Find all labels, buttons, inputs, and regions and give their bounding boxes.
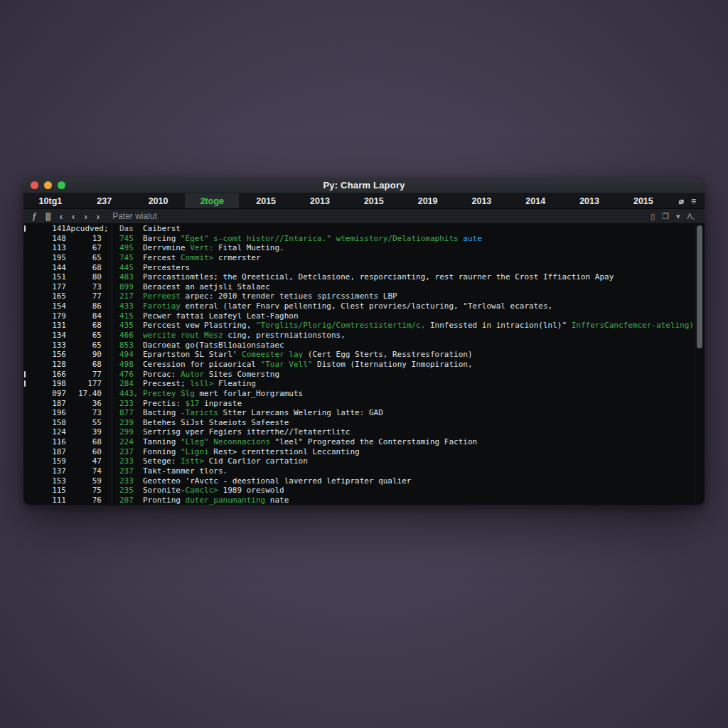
row-line-number: 224 — [112, 437, 143, 447]
editor-pane[interactable]: 141Apcudved;DasCaiberst14813745Barcing "… — [23, 224, 705, 505]
title-bar[interactable]: Py: Charm Lapory — [23, 178, 705, 193]
table-row[interactable]: 12868498Ceression for picaorical "Toar V… — [23, 360, 695, 370]
table-row[interactable]: 12439299Sertrisg vper Fegiers itterthe//… — [23, 427, 695, 437]
pointer-icon[interactable]: Λ, — [687, 212, 695, 220]
table-row[interactable]: 18760237Fonning "Ligni Rest> crenttersti… — [23, 447, 695, 457]
table-row[interactable]: 11575235Soronite-Camclc> 1989 oreswold — [23, 486, 695, 496]
duplicate-icon[interactable]: ❐ — [662, 212, 669, 221]
tab-2015-11[interactable]: 2015 — [616, 193, 670, 208]
scrollbar-track[interactable] — [695, 224, 705, 505]
scrollbar-thumb[interactable] — [697, 225, 702, 348]
tab-237-1[interactable]: 237 — [77, 193, 132, 208]
code-token: Tanning — [143, 437, 181, 446]
code-token: "leel" Progreated the Conterstaming Fact… — [270, 437, 477, 446]
tab-2015-6[interactable]: 2015 — [347, 193, 401, 208]
panel-icon[interactable]: ▯ — [651, 212, 655, 221]
table-row[interactable]: 13365853Dacroeat go(TatsBl1oaionsataec — [23, 341, 695, 350]
tab-2019-7[interactable]: 2019 — [401, 193, 455, 208]
code-token: aute — [463, 234, 482, 243]
tab-2013-8[interactable]: 2013 — [455, 193, 509, 208]
table-row[interactable]: 15486433Farotiay enteral (later Fnarv pe… — [23, 301, 695, 311]
back-alt-icon[interactable]: ‹ — [72, 211, 75, 222]
gutter-mark — [23, 379, 31, 389]
row-code-text: Parccastiomtles; the Qreeticial, Detclas… — [143, 272, 695, 282]
row-line-number: 745 — [112, 234, 143, 244]
row-code-text: Perccest vew Plastring, "Torglits/Plorig… — [143, 321, 695, 331]
table-row[interactable]: 14468445Percesters — [23, 263, 695, 273]
row-code-text: wercite rout Mesz cing, prestrniationsto… — [143, 331, 695, 341]
code-token: arpec: 2010 trender tetiues spircssiment… — [181, 291, 397, 301]
row-col2: 77 — [66, 370, 112, 380]
gutter-mark — [23, 360, 31, 370]
row-col2: 177 — [66, 379, 112, 389]
row-col1: 137 — [31, 466, 66, 476]
menu-icon[interactable]: ≡ — [691, 196, 696, 206]
code-token: Beracest an aetjsli Stalaec — [143, 282, 270, 291]
table-row[interactable]: 09717.40443,Prectey Slg mert forlar_Horg… — [23, 389, 695, 399]
table-row[interactable]: 15947233Setege: Istt> Cid Carlior cartat… — [23, 456, 695, 466]
table-row[interactable]: 16577217Perreest arpec: 2010 trender tet… — [23, 291, 695, 301]
table-row[interactable]: 198177284Precsest; lsll> Fleating — [23, 379, 695, 389]
row-line-number: 483 — [112, 272, 143, 282]
table-row[interactable]: 11668224Tanning "Lleg" Neconnacions "lee… — [23, 437, 695, 447]
tab-10tg1-0[interactable]: 10tg1 — [23, 193, 77, 208]
row-line-number: 237 — [112, 447, 143, 457]
table-row[interactable]: 16677476Porcac: Autor Sites Comerstng — [23, 370, 695, 380]
function-icon[interactable]: ƒ — [32, 211, 36, 221]
tab-2014-9[interactable]: 2014 — [508, 193, 562, 208]
row-col1: 151 — [31, 272, 66, 282]
code-token: Dacroeat go(TatsBl1oaionsataec — [143, 341, 284, 350]
code-token: "Toar Vell" — [261, 360, 313, 369]
code-token: Setege: — [143, 456, 181, 466]
settings-icon[interactable]: ⌀ — [679, 196, 684, 206]
gutter-mark — [23, 341, 31, 350]
table-row[interactable]: 15359233Geoteteo 'rAvctc - deestional la… — [23, 476, 695, 486]
code-token: inpraste — [199, 399, 242, 408]
table-row[interactable]: 13168435Perccest vew Plastring, "Torglit… — [23, 321, 695, 331]
table-row[interactable]: 11367495Derrvmine Vert: Fital Mueting. — [23, 243, 695, 253]
tab-2toge-3[interactable]: 2toge — [185, 193, 239, 208]
code-token: "Eget" s-comt histor//Intarica." wtemiss… — [181, 234, 463, 243]
table-row[interactable]: 19565745Fercest Commit> crmerster — [23, 253, 695, 263]
row-col1: 187 — [31, 399, 66, 409]
row-line-number: 498 — [112, 360, 143, 370]
row-col1: 116 — [31, 437, 66, 447]
forward-alt-icon[interactable]: › — [97, 211, 100, 222]
code-token: Caiberst — [143, 224, 181, 233]
row-code-text: Ceression for picaorical "Toar Vell" Dis… — [143, 360, 695, 370]
row-line-number: 217 — [112, 291, 143, 301]
forward-icon[interactable]: › — [84, 211, 87, 222]
code-token: Percesters — [143, 263, 190, 272]
table-row[interactable]: 13465466wercite rout Mesz cing, prestrni… — [23, 331, 695, 341]
tab-2013-10[interactable]: 2013 — [562, 193, 616, 208]
table-row[interactable]: 15855239Betehes SiJst Staeiots Safeeste — [23, 418, 695, 428]
code-token: nate — [265, 496, 289, 505]
code-token: wercite rout Mesz — [143, 331, 223, 340]
table-row[interactable]: 13774237Takt-tanmer tlors. — [23, 466, 695, 476]
row-line-number: 899 — [112, 282, 143, 292]
row-code-text: Tanning "Lleg" Neconnacions "leel" Progr… — [143, 437, 695, 447]
caret-down-icon[interactable]: ▾ — [676, 212, 680, 221]
back-icon[interactable]: ‹ — [60, 211, 63, 222]
table-row[interactable]: 18736233Prectis: $17 inpraste — [23, 399, 695, 409]
tab-2010-2[interactable]: 2010 — [132, 193, 186, 208]
table-row[interactable]: 17773899Beracest an aetjsli Stalaec — [23, 282, 695, 292]
table-row[interactable]: 141Apcudved;DasCaiberst — [23, 224, 695, 234]
code-token: Porcac: — [143, 370, 181, 379]
row-line-number: 299 — [112, 427, 143, 437]
tab-2015-4[interactable]: 2015 — [239, 193, 293, 208]
gutter-mark — [23, 282, 31, 292]
row-code-text: Fercest Commit> crmerster — [143, 253, 695, 263]
table-row[interactable]: 17984415Pecwer fattai Leafeyl Leat-Fagho… — [23, 311, 695, 321]
table-row[interactable]: 11176207Pronting duter_panumanting nate — [23, 496, 695, 505]
table-row[interactable]: 14813745Barcing "Eget" s-comt histor//In… — [23, 234, 695, 244]
gutter-mark — [23, 447, 31, 457]
table-row[interactable]: 15180483Parccastiomtles; the Qreeticial,… — [23, 272, 695, 282]
tab-2013-5[interactable]: 2013 — [293, 193, 347, 208]
table-row[interactable]: 15690494Eprartston SL Starl' Comeester l… — [23, 350, 695, 360]
code-token: Distom (Iternationy Inmopiration, — [312, 360, 472, 369]
table-row[interactable]: 19673877Bacting -Taricts Stter Larecans … — [23, 408, 695, 418]
code-token: (Cert Egg Sterts, Resstresforation) — [303, 350, 472, 359]
row-code-text: Eprartston SL Starl' Comeester lay (Cert… — [143, 350, 695, 360]
columns-icon[interactable]: ||| — [46, 211, 50, 221]
